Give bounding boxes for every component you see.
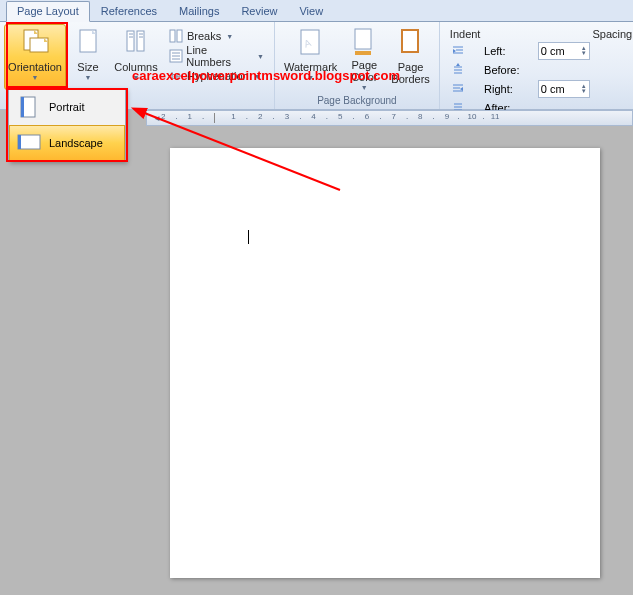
- group-paragraph: Indent Spacing Left: 0 cm▲▼ Before: Righ…: [440, 22, 633, 109]
- orientation-icon: [19, 27, 51, 59]
- landscape-icon: [17, 131, 41, 155]
- svg-rect-22: [402, 30, 418, 52]
- chevron-down-icon: ▼: [32, 74, 39, 81]
- indent-left-value: 0 cm: [541, 45, 565, 57]
- orientation-label: Orientation: [8, 61, 62, 73]
- breaks-icon: [168, 28, 184, 44]
- svg-marker-34: [460, 87, 463, 91]
- size-button[interactable]: Size ▼: [66, 24, 110, 90]
- horizontal-ruler[interactable]: ◄ 2 · 1 · 1 · 2 · 3 · 4 · 5 · 6 · 7 · 8 …: [146, 110, 633, 126]
- watermark-icon: A: [295, 27, 327, 59]
- chevron-down-icon: ▼: [257, 53, 264, 60]
- spacing-before-icon: [450, 62, 466, 78]
- line-numbers-icon: [168, 48, 183, 64]
- orientation-dropdown: Portrait Landscape: [8, 88, 126, 162]
- right-label: Right:: [484, 83, 534, 95]
- chevron-down-icon: ▼: [85, 74, 92, 81]
- tab-mailings[interactable]: Mailings: [168, 1, 230, 22]
- orientation-landscape-item[interactable]: Landscape: [9, 125, 125, 161]
- page-color-icon: [348, 27, 380, 57]
- chevron-down-icon: ▼: [361, 84, 368, 91]
- tab-review[interactable]: Review: [230, 1, 288, 22]
- breaks-label: Breaks: [187, 30, 221, 42]
- indent-left-icon: [450, 43, 466, 59]
- svg-rect-41: [18, 135, 40, 149]
- svg-rect-13: [177, 30, 182, 42]
- text-cursor: [248, 230, 249, 244]
- svg-rect-12: [170, 30, 175, 42]
- group-page-background: A Watermark ▼ Page Color ▼ Page Borders …: [275, 22, 440, 109]
- line-numbers-label: Line Numbers: [186, 44, 252, 68]
- svg-rect-42: [18, 135, 21, 149]
- indent-right-value: 0 cm: [541, 83, 565, 95]
- spinner-icon[interactable]: ▲▼: [581, 84, 587, 94]
- spacing-header: Spacing: [592, 28, 632, 40]
- indent-left-input[interactable]: 0 cm▲▼: [538, 42, 590, 60]
- tab-page-layout[interactable]: Page Layout: [6, 1, 90, 22]
- indent-right-icon: [450, 81, 466, 97]
- document-page[interactable]: [170, 148, 600, 578]
- svg-marker-30: [456, 63, 460, 66]
- orientation-button[interactable]: Orientation ▼: [4, 24, 66, 90]
- columns-icon: [120, 27, 152, 59]
- orientation-portrait-item[interactable]: Portrait: [9, 89, 125, 125]
- indent-header: Indent: [450, 28, 481, 40]
- page-borders-icon: [395, 27, 427, 59]
- svg-rect-21: [355, 51, 371, 55]
- breaks-button[interactable]: Breaks ▼: [166, 26, 266, 46]
- chevron-down-icon: ▼: [226, 33, 233, 40]
- left-label: Left:: [484, 45, 534, 57]
- spinner-icon[interactable]: ▲▼: [581, 46, 587, 56]
- svg-rect-40: [21, 97, 24, 117]
- tab-references[interactable]: References: [90, 1, 168, 22]
- group-label-page-background: Page Background: [279, 93, 435, 109]
- tab-view[interactable]: View: [288, 1, 334, 22]
- portrait-label: Portrait: [49, 101, 84, 113]
- ribbon-tabs: Page Layout References Mailings Review V…: [0, 0, 633, 22]
- before-label: Before:: [484, 64, 534, 76]
- svg-rect-20: [355, 29, 371, 49]
- landscape-label: Landscape: [49, 137, 103, 149]
- line-numbers-button[interactable]: Line Numbers ▼: [166, 46, 266, 66]
- portrait-icon: [17, 95, 41, 119]
- size-label: Size: [77, 61, 98, 73]
- size-icon: [72, 27, 104, 59]
- indent-right-input[interactable]: 0 cm▲▼: [538, 80, 590, 98]
- svg-marker-26: [453, 49, 456, 53]
- annotation-watermark-text: caraexcelpowerpointmsword.blogspot.com: [132, 68, 400, 83]
